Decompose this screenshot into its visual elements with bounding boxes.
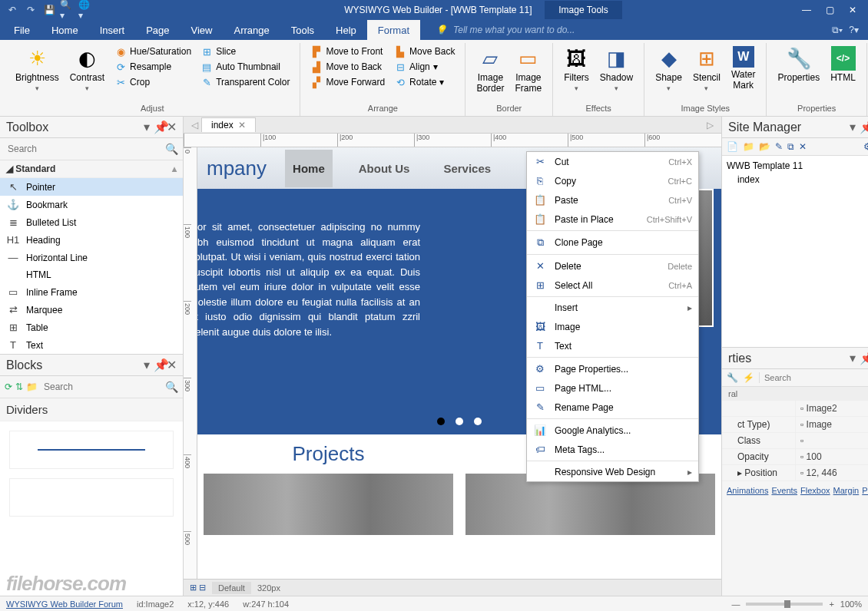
breakpoint-default[interactable]: Default <box>212 582 251 594</box>
toolbox-item[interactable]: ▭Inline Frame <box>0 283 183 301</box>
slide-dot[interactable] <box>456 418 463 425</box>
panel-menu-icon[interactable]: ▾ <box>141 358 152 372</box>
property-value[interactable]: ▫ <box>795 433 868 448</box>
slice-button[interactable]: ⊞Slice <box>198 45 292 58</box>
new-page-icon[interactable]: 📄 <box>727 141 738 152</box>
layout-icon[interactable]: ⧉▾ <box>832 25 843 35</box>
toolbox-item[interactable]: TText <box>0 336 183 354</box>
hue-button[interactable]: ◉Hue/Saturation <box>112 45 194 58</box>
move-to-back-button[interactable]: ▟Move to Back <box>308 60 387 74</box>
move-back-button[interactable]: ▙Move Back <box>392 45 457 58</box>
shadow-button[interactable]: ◨Shadow▾ <box>597 45 636 94</box>
toolbox-search-input[interactable] <box>5 141 162 157</box>
stencil-button[interactable]: ⊞Stencil▾ <box>690 45 724 94</box>
maximize-icon[interactable]: ▢ <box>819 2 840 18</box>
slide-dot[interactable] <box>437 418 445 425</box>
auto-thumbnail-button[interactable]: ▤Auto Thumbnail <box>198 60 292 74</box>
context-menu-item[interactable]: ▭Page HTML... <box>527 378 698 398</box>
menu-home[interactable]: Home <box>41 20 89 40</box>
context-menu-item[interactable]: ✂CutCtrl+X <box>527 152 698 171</box>
help-icon[interactable]: ?▾ <box>849 25 859 35</box>
shape-button[interactable]: ◆Shape▾ <box>652 45 685 94</box>
panel-close-icon[interactable]: ✕ <box>166 358 177 372</box>
search-icon[interactable]: 🔍 <box>165 381 178 393</box>
zoom-in-icon[interactable]: + <box>829 599 833 609</box>
menu-file[interactable]: File <box>3 20 41 40</box>
align-button[interactable]: ⊟Align ▾ <box>392 60 457 74</box>
prop-tab-wrench-icon[interactable]: 🔧 <box>727 372 738 383</box>
contextual-tab[interactable]: Image Tools <box>545 1 621 19</box>
property-link[interactable]: Events <box>771 486 797 495</box>
refresh-icon[interactable]: ⟳ <box>5 381 12 392</box>
tree-root[interactable]: WWB Template 11 <box>727 159 868 173</box>
toolbox-item[interactable]: ≣Bulleted List <box>0 213 183 231</box>
context-menu-item[interactable]: 📋PasteCtrl+V <box>527 190 698 210</box>
edit-icon[interactable]: ✎ <box>775 141 783 152</box>
zoom-slider[interactable] <box>746 603 823 606</box>
search-icon[interactable]: 🔍 <box>165 143 178 155</box>
tell-me-search[interactable]: 💡Tell me what you want to do... <box>420 20 832 40</box>
context-menu-item[interactable]: 📋Paste in PlaceCtrl+Shift+V <box>527 210 698 229</box>
menu-arrange[interactable]: Arrange <box>223 20 280 40</box>
property-value[interactable]: ▫ 100 <box>795 449 868 464</box>
prop-tab-bolt-icon[interactable]: ⚡ <box>743 372 754 383</box>
context-menu-item[interactable]: ⧉Clone Page <box>527 233 698 253</box>
menu-tools[interactable]: Tools <box>280 20 325 40</box>
open-icon[interactable]: 📂 <box>759 141 770 152</box>
crop-button[interactable]: ✂Crop <box>112 75 194 89</box>
blocks-search-input[interactable] <box>41 379 162 395</box>
watermark-button[interactable]: WWater Mark <box>728 45 759 92</box>
delete-icon[interactable]: ✕ <box>799 141 807 152</box>
image-frame-button[interactable]: ▭Image Frame <box>512 45 545 95</box>
html-button[interactable]: </>HTML <box>827 45 859 84</box>
context-menu-item[interactable]: Insert▸ <box>527 299 698 317</box>
panel-close-icon[interactable]: ✕ <box>166 120 177 134</box>
context-menu-item[interactable]: ⊞Select AllCtrl+A <box>527 276 698 295</box>
context-menu-item[interactable]: Responsive Web Design▸ <box>527 463 698 481</box>
pin-icon[interactable]: 📌 <box>154 120 164 134</box>
panel-menu-icon[interactable]: ▾ <box>847 120 858 134</box>
menu-view[interactable]: View <box>181 20 224 40</box>
contrast-button[interactable]: ◐Contrast▾ <box>67 45 108 94</box>
tab-next-icon[interactable]: ▷ <box>707 120 714 130</box>
toolbox-item[interactable]: ⇄Marquee <box>0 301 183 319</box>
settings-icon[interactable]: ⚙ <box>863 141 868 152</box>
image-border-button[interactable]: ▱Image Border <box>473 45 507 95</box>
context-menu-item[interactable]: ⎘CopyCtrl+C <box>527 171 698 190</box>
toolbox-item[interactable]: —Horizontal Line <box>0 249 183 266</box>
property-link[interactable]: Flexbox <box>800 486 830 495</box>
divider-preview[interactable] <box>9 431 174 469</box>
transparent-color-button[interactable]: ✎Transparent Color <box>198 75 292 89</box>
property-link[interactable]: Animations <box>727 486 768 495</box>
toolbox-item[interactable]: ↖Pointer <box>0 178 183 196</box>
properties-button[interactable]: 🔧Properties <box>774 45 823 84</box>
slide-dot[interactable] <box>474 418 482 425</box>
context-menu-item[interactable]: 🏷Meta Tags... <box>527 440 698 459</box>
save-icon[interactable]: 💾 <box>41 2 57 18</box>
divider-preview[interactable] <box>9 478 174 517</box>
close-icon[interactable]: ✕ <box>842 2 863 18</box>
filters-button[interactable]: 🖼Filters▾ <box>561 45 592 94</box>
preview-icon[interactable]: 🔍▾ <box>60 2 75 18</box>
toolbox-item[interactable]: HTML <box>0 266 183 283</box>
nav-services[interactable]: Services <box>436 150 499 187</box>
menu-insert[interactable]: Insert <box>89 20 136 40</box>
pin-icon[interactable]: 📌 <box>860 351 868 365</box>
minimize-icon[interactable]: — <box>796 2 817 18</box>
toolbox-item[interactable]: ⊞Table <box>0 319 183 336</box>
property-value[interactable]: ▫ Image2 <box>795 401 868 416</box>
property-link[interactable]: Padding <box>862 486 868 495</box>
zoom-out-icon[interactable]: — <box>731 599 740 609</box>
menu-format[interactable]: Format <box>367 20 420 40</box>
resample-button[interactable]: ⟳Resample <box>112 60 194 74</box>
breakpoint-320[interactable]: 320px <box>257 583 280 593</box>
context-menu-item[interactable]: ✕DeleteDelete <box>527 256 698 276</box>
nav-about[interactable]: About Us <box>351 150 418 187</box>
redo-icon[interactable]: ↷ <box>23 2 38 18</box>
menu-help[interactable]: Help <box>325 20 367 40</box>
toolbox-item[interactable]: ⚓Bookmark <box>0 196 183 213</box>
folder-icon[interactable]: 📁 <box>26 381 38 392</box>
document-tab[interactable]: index✕ <box>201 117 256 132</box>
section-image[interactable] <box>465 474 715 535</box>
tab-close-icon[interactable]: ✕ <box>238 120 246 130</box>
